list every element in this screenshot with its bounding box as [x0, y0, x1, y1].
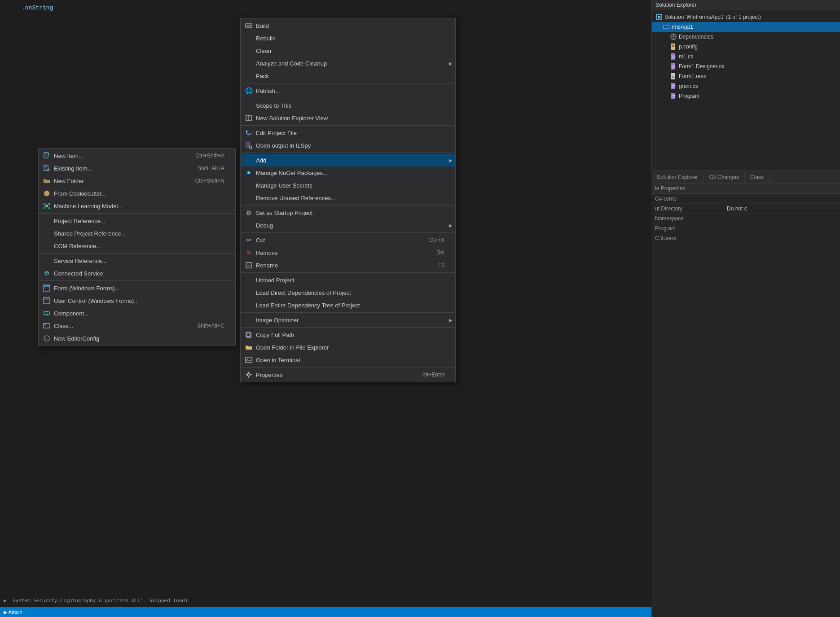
menu-item-properties[interactable]: Properties Alt+Enter	[241, 368, 455, 381]
prop-label-4: Program	[651, 225, 723, 232]
menu-label-properties: Properties	[256, 372, 415, 378]
tab-git-changes[interactable]: Git Changes	[704, 171, 745, 183]
submenu-item-newitem[interactable]: New Item... Ctrl+Shift+A	[39, 149, 235, 162]
newitem-icon	[42, 151, 51, 160]
menu-item-editproject[interactable]: Edit Project File	[241, 127, 455, 139]
menu-item-debug[interactable]: Debug ▶	[241, 219, 455, 232]
menu-item-unusedrefs[interactable]: Remove Unused References...	[241, 192, 455, 204]
prog-icon: C#	[670, 92, 677, 100]
tree-item-solution[interactable]: Solution 'WinFormsApp1' (1 of 1 project)	[652, 12, 840, 22]
menu-item-rename[interactable]: Rename F2	[241, 259, 455, 271]
scope-icon	[244, 101, 253, 110]
submenu-item-newfolder[interactable]: New Folder Ctrl+Shift+N	[39, 175, 235, 187]
existingitem-shortcut: Shift+Alt+A	[198, 165, 224, 171]
menu-item-imageoptimizer[interactable]: Image Optimizer ▶	[241, 314, 455, 326]
comref-icon	[42, 241, 51, 250]
submenu-item-usercontrol[interactable]: User Control (Windows Forms)...	[39, 294, 235, 307]
tab-solution-explorer-label: Solution Explorer	[657, 174, 698, 180]
submenu-item-mlmodel[interactable]: Machine Learning Model...	[39, 200, 235, 212]
submenu-item-existingitem[interactable]: Existing Item... Shift+Alt+A	[39, 162, 235, 175]
remove-shortcut: Del	[436, 249, 444, 256]
menu-item-openinfolder[interactable]: Open Folder in File Explorer	[241, 341, 455, 354]
submenu-item-editorconfig[interactable]: E New EditorConfig	[39, 332, 235, 345]
tree-item-deps-label: Dependencies	[679, 34, 713, 40]
submenu-item-connectedservice[interactable]: Connected Service	[39, 267, 235, 280]
status-bar: ▶ Attach	[0, 607, 651, 617]
submenu-item-cookiecutter[interactable]: From Cookiecutter...	[39, 187, 235, 200]
newfolder-icon	[42, 176, 51, 185]
tree-item-m1cs[interactable]: C# m1.cs	[652, 52, 840, 61]
tree-item-config[interactable]: p.config	[652, 42, 840, 52]
menu-item-ilspy[interactable]: Open output in ILSpy	[241, 139, 455, 152]
menu-item-nuget[interactable]: Manage NuGet Packages...	[241, 166, 455, 179]
submenu-item-form[interactable]: Form (Windows Forms)...	[39, 282, 235, 294]
menu-item-publish[interactable]: 🌐 Publish...	[241, 84, 455, 97]
rename-shortcut: F2	[438, 262, 444, 268]
submenu-item-serviceref[interactable]: Service Reference...	[39, 254, 235, 267]
menu-label-openinfolder: Open Folder in File Explorer	[256, 344, 444, 351]
existing-icon	[42, 164, 51, 173]
submenu-item-class[interactable]: Class... Shift+Alt+C	[39, 319, 235, 332]
menu-item-usersecrets[interactable]: Manage User Secrets	[241, 179, 455, 192]
menu-item-cut[interactable]: ✂ Cut Ctrl+X	[241, 234, 455, 246]
svg-point-37	[247, 373, 250, 376]
separator-7	[241, 272, 455, 273]
menu-item-analyze[interactable]: Analyze and Code Cleanup ▶	[241, 57, 455, 70]
separator-6	[241, 232, 455, 233]
tree-item-program[interactable]: C# Program	[652, 91, 840, 101]
tree-item-project[interactable]: rmsApp1	[652, 22, 840, 32]
menu-item-build[interactable]: Build	[241, 19, 455, 32]
tree-item-deps[interactable]: Dependencies	[652, 32, 840, 42]
prop-tab-bar: Solution Explorer Git Changes Class	[651, 171, 840, 184]
tree-item-resx[interactable]: RES Form1.resx	[652, 71, 840, 81]
submenu-item-sharedref[interactable]: Shared Project Reference...	[39, 227, 235, 240]
menu-item-scope[interactable]: Scope to This	[241, 99, 455, 112]
submenu-item-component[interactable]: Component...	[39, 307, 235, 319]
menu-item-unload[interactable]: Unload Project	[241, 274, 455, 286]
menu-item-setstartup[interactable]: ⚙ Set as Startup Project	[241, 206, 455, 219]
unload-icon	[244, 276, 253, 284]
submenu-label-serviceref: Service Reference...	[54, 258, 224, 264]
solution-explorer-panel: Solution Explorer Solution 'WinFormsApp1…	[651, 0, 840, 617]
tree-item-gramcs[interactable]: C# gram.cs	[652, 81, 840, 91]
menu-label-newsolution: New Solution Explorer View	[256, 115, 444, 122]
menu-item-loaddirect[interactable]: Load Direct Dependencies of Project	[241, 286, 455, 299]
menu-item-add[interactable]: Add ▶	[241, 154, 455, 166]
menu-label-rename: Rename	[256, 262, 431, 269]
scissors-icon: ✂	[244, 236, 253, 245]
menu-item-openinterminal[interactable]: Open in Terminal	[241, 354, 455, 366]
menu-label-clean: Clean	[256, 48, 444, 54]
sharedref-icon	[42, 229, 51, 238]
menu-label-setstartup: Set as Startup Project	[256, 210, 444, 216]
svg-line-60	[45, 205, 46, 205]
submenu-item-projectref[interactable]: Project Reference...	[39, 214, 235, 227]
menu-label-ilspy: Open output in ILSpy	[256, 142, 444, 149]
submenu-label-existingitem: Existing Item...	[54, 165, 190, 172]
menu-item-newsolution[interactable]: New Solution Explorer View	[241, 112, 455, 124]
tree-item-designer[interactable]: C# Form1.Designer.cs	[652, 61, 840, 71]
prop-section-title: le Properties	[651, 184, 840, 194]
tab-solution-explorer[interactable]: Solution Explorer	[651, 171, 704, 183]
resx-icon: RES	[670, 73, 677, 80]
menu-item-copyfullpath[interactable]: Copy Full Path	[241, 328, 455, 341]
prop-label-1: C# comp	[651, 196, 723, 202]
analyze-icon	[244, 59, 253, 68]
tab-class[interactable]: Class	[745, 171, 770, 183]
menu-item-clean[interactable]: Clean	[241, 44, 455, 57]
properties-panel: Solution Explorer Git Changes Class le P…	[651, 171, 840, 607]
submenu-label-newitem: New Item...	[54, 153, 188, 159]
menu-item-rebuild[interactable]: Rebuild	[241, 32, 455, 44]
submenu-label-component: Component...	[54, 310, 224, 317]
svg-rect-69	[44, 312, 49, 315]
svg-point-51	[44, 191, 49, 196]
menu-item-loadentire[interactable]: Load Entire Dependency Tree of Project	[241, 299, 455, 311]
menu-label-openinterminal: Open in Terminal	[256, 357, 444, 363]
nuget-icon	[244, 168, 253, 177]
submenu-item-comref[interactable]: COM Reference...	[39, 240, 235, 252]
menu-item-pack[interactable]: Pack	[241, 70, 455, 82]
svg-text:C#: C#	[672, 55, 676, 58]
tree-item-m1cs-label: m1.cs	[679, 53, 693, 60]
menu-item-remove[interactable]: ✕ Remove Del	[241, 246, 455, 259]
separator-2	[241, 98, 455, 98]
tree-item-config-label: p.config	[679, 44, 698, 50]
